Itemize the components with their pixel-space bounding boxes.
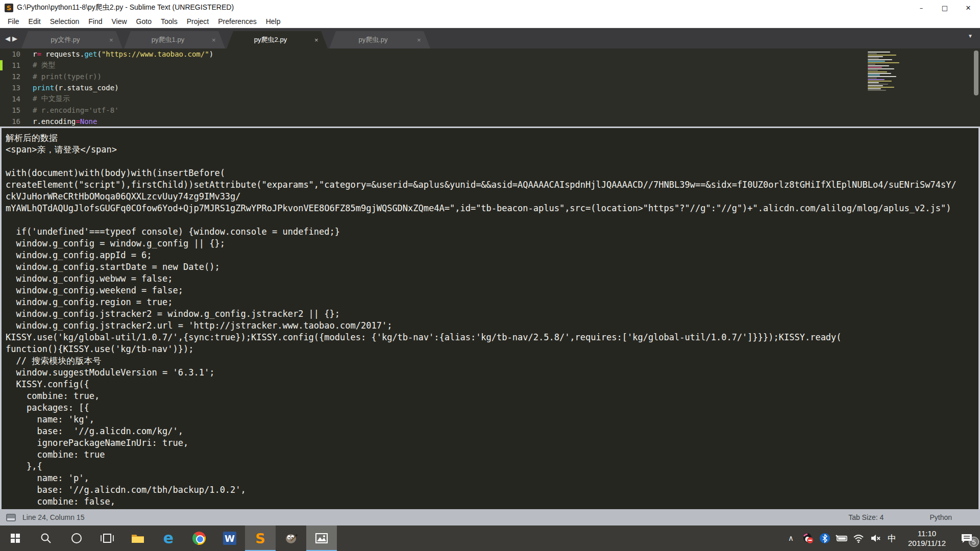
tab-close-icon[interactable]: × xyxy=(109,36,122,44)
console-output-line: KISSY.use('kg/global-util/1.0.7/',{sync:… xyxy=(6,332,978,343)
panel-toggle-icon[interactable] xyxy=(6,514,16,521)
code-line-12[interactable]: 12# print(type(r)) xyxy=(0,71,980,82)
code-line-16[interactable]: 16r.encoding=None xyxy=(0,116,980,127)
action-center-button[interactable]: 5 xyxy=(953,525,980,551)
tab-close-icon[interactable]: × xyxy=(417,36,430,44)
sublime-logo-icon: S xyxy=(5,4,13,12)
console-output-line: combine: false, xyxy=(6,496,978,508)
tray-expand-icon[interactable]: ∧ xyxy=(782,525,799,551)
tab-close-icon[interactable]: × xyxy=(314,36,328,44)
console-output-line: window.suggestModuleVersion = '6.3.1'; xyxy=(6,367,978,379)
word-icon: W xyxy=(223,532,236,545)
menu-project[interactable]: Project xyxy=(182,17,214,26)
folder-icon xyxy=(131,531,145,545)
start-button[interactable] xyxy=(0,525,31,551)
maximize-button[interactable]: □ xyxy=(933,0,957,15)
task-view-button[interactable] xyxy=(92,525,122,551)
menu-preferences[interactable]: Preferences xyxy=(213,17,261,26)
syntax-indicator[interactable]: Python xyxy=(929,513,952,521)
console-output-line: combine: true, xyxy=(6,390,978,402)
menu-view[interactable]: View xyxy=(107,17,132,26)
code-editor[interactable]: 10r= requests.get("https://www.taobao.co… xyxy=(0,48,980,127)
qq-tray-icon[interactable] xyxy=(799,525,816,551)
console-output-line: window.g_config.appId = 6; xyxy=(6,249,978,261)
console-output-line: window.g_config.weekend = false; xyxy=(6,285,978,296)
menu-selection[interactable]: Selection xyxy=(45,17,84,26)
menu-tools[interactable]: Tools xyxy=(156,17,182,26)
task-view-icon xyxy=(101,532,114,545)
taskbar: e W S xyxy=(0,525,980,551)
menu-file[interactable]: File xyxy=(3,17,24,26)
sublime-icon: S xyxy=(255,532,265,545)
tab-scroll-left-icon[interactable]: ◀ xyxy=(5,35,10,42)
build-output-panel[interactable]: 解析后的数据<span>亲，请登录</span> with(document)w… xyxy=(0,127,980,509)
code-line-14[interactable]: 14# 中文显示 xyxy=(0,93,980,105)
code-text: # 类型 xyxy=(33,61,56,70)
code-line-11[interactable]: 11# 类型 xyxy=(0,60,980,71)
volume-muted-icon[interactable] xyxy=(867,525,884,551)
menu-edit[interactable]: Edit xyxy=(24,17,45,26)
code-text: print(r.status_code) xyxy=(33,84,119,92)
console-output-line: // 搜索模块的版本号 xyxy=(6,355,978,367)
title-bar: S G:\Python\python11-8\py爬虫2.py - Sublim… xyxy=(0,0,980,15)
console-output-line: name: 'p', xyxy=(6,472,978,484)
search-button[interactable] xyxy=(31,525,61,551)
tab-label: py文件.py xyxy=(21,35,109,44)
tab-close-icon[interactable]: × xyxy=(212,36,225,44)
cortana-circle-icon xyxy=(70,532,83,544)
tab-label: py爬虫2.py xyxy=(227,35,314,44)
menu-find[interactable]: Find xyxy=(84,17,107,26)
gimp-icon xyxy=(284,531,298,545)
tab-py文件.py[interactable]: py文件.py× xyxy=(21,31,122,48)
tab-label: py爬虫.py xyxy=(329,35,417,44)
menu-help[interactable]: Help xyxy=(261,17,285,26)
sublime-text-window: S G:\Python\python11-8\py爬虫2.py - Sublim… xyxy=(0,0,980,551)
battery-icon[interactable] xyxy=(833,525,850,551)
console-output-line: window.g_config.startDate = new Date(); xyxy=(6,261,978,273)
tab-py爬虫.py[interactable]: py爬虫.py× xyxy=(329,31,430,48)
menu-goto[interactable]: Goto xyxy=(132,17,156,26)
file-explorer-button[interactable] xyxy=(122,525,153,551)
tab-overflow-icon[interactable]: ▼ xyxy=(968,33,973,39)
console-output-line xyxy=(6,214,978,226)
gimp-button[interactable] xyxy=(276,525,306,551)
windows-logo-icon xyxy=(11,534,20,543)
photos-button[interactable] xyxy=(306,525,337,551)
code-text: r= requests.get("https://www.taobao.com/… xyxy=(33,50,213,58)
code-text: # 中文显示 xyxy=(33,94,70,104)
code-line-15[interactable]: 15# r.encoding='utf-8' xyxy=(0,105,980,116)
bluetooth-icon[interactable] xyxy=(816,525,833,551)
code-text: r.encoding=None xyxy=(33,117,97,126)
minimize-button[interactable]: – xyxy=(910,0,933,15)
edge-button[interactable]: e xyxy=(153,525,184,551)
cortana-button[interactable] xyxy=(61,525,92,551)
console-output-line: with(document)with(body)with(insertBefor… xyxy=(6,167,978,179)
code-line-13[interactable]: 13print(r.status_code) xyxy=(0,82,980,93)
tab-label: py爬虫1.py xyxy=(124,35,212,44)
tab-py爬虫1.py[interactable]: py爬虫1.py× xyxy=(124,31,225,48)
editor-scrollbar[interactable] xyxy=(974,51,978,95)
wifi-icon[interactable] xyxy=(850,525,867,551)
ime-indicator[interactable]: 中 xyxy=(884,525,900,551)
console-output-line: window.g_config.region = true; xyxy=(6,296,978,308)
photos-icon xyxy=(314,531,329,545)
tab-size-indicator[interactable]: Tab Size: 4 xyxy=(848,513,884,521)
console-output-line: combine: true xyxy=(6,449,978,461)
menu-bar: FileEditSelectionFindViewGotoToolsProjec… xyxy=(0,15,980,28)
line-number: 14 xyxy=(0,95,20,103)
tab-py爬虫2.py[interactable]: py爬虫2.py× xyxy=(227,31,328,48)
console-output-line: 解析后的数据 xyxy=(6,132,978,144)
line-number: 12 xyxy=(0,72,20,81)
console-output-line: ignorePackageNameInUri: true, xyxy=(6,437,978,449)
word-button[interactable]: W xyxy=(214,525,245,551)
console-output-line: mYAWLhQTdAQUgJlofsGUGFq0COfow6Yod+Qjp7MJ… xyxy=(6,203,978,214)
chrome-button[interactable] xyxy=(184,525,214,551)
tab-scroll-right-icon[interactable]: ▶ xyxy=(12,35,17,42)
close-button[interactable]: ✕ xyxy=(957,0,980,15)
console-output-line: base: '//g.alicdn.com/tbh/backup/1.0.2', xyxy=(6,484,978,496)
minimap[interactable] xyxy=(868,52,915,95)
sublime-text-taskbar-button[interactable]: S xyxy=(245,525,276,551)
code-line-10[interactable]: 10r= requests.get("https://www.taobao.co… xyxy=(0,48,980,60)
console-output-line: function(){KISSY.use('kg/tb-nav')}); xyxy=(6,343,978,355)
taskbar-clock[interactable]: 11:10 2019/11/12 xyxy=(900,529,953,548)
